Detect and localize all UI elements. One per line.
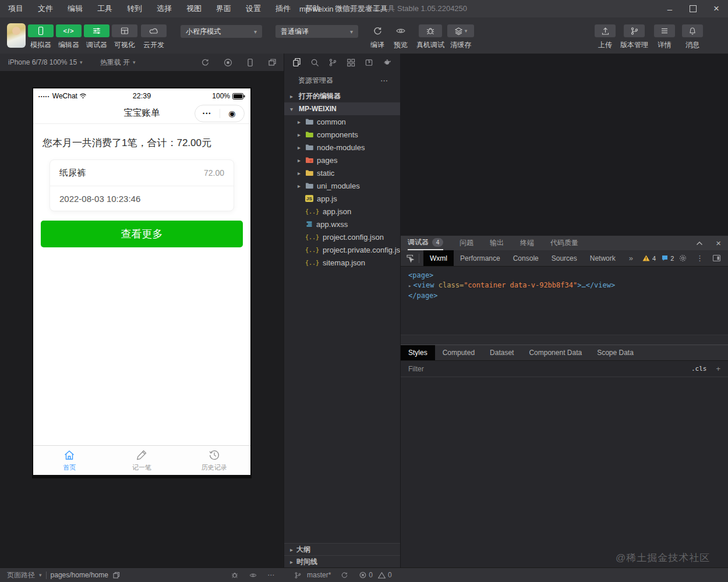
warning-counter[interactable]: 4 (642, 255, 656, 262)
minimize-button[interactable]: – (658, 0, 681, 17)
tree-file-project-private-config[interactable]: {..} project.private.config.js… (284, 243, 400, 256)
add-style-icon[interactable]: + (716, 364, 720, 373)
tab-problems[interactable]: 问题 (460, 236, 473, 250)
tree-folder-components[interactable]: ▸ components (284, 128, 400, 141)
widgets-icon[interactable] (347, 58, 355, 67)
menu-project[interactable]: 项目 (8, 3, 23, 14)
upload-button[interactable]: 上传 (594, 24, 616, 50)
wxml-scroll-strip[interactable] (401, 335, 728, 345)
cloud-dev-button[interactable]: 云开发 (141, 24, 167, 50)
restart-icon[interactable] (201, 58, 210, 67)
tab-add-record[interactable]: 记一笔 (105, 446, 178, 475)
tree-file-project-config[interactable]: {..} project.config.json (284, 230, 400, 243)
tree-file-sitemap-json[interactable]: {..} sitemap.json (284, 256, 400, 269)
timeline-section[interactable]: ▸ 时间线 (284, 555, 400, 567)
menu-goto[interactable]: 转到 (127, 3, 142, 14)
debugger-toggle-button[interactable]: 调试器 (84, 24, 109, 50)
outline-section[interactable]: ▸ 大纲 (284, 543, 400, 555)
menu-interface[interactable]: 界面 (216, 3, 231, 14)
tab-computed[interactable]: Computed (435, 345, 482, 360)
kebab-menu-icon[interactable]: ⋮ (696, 254, 704, 262)
user-avatar[interactable] (7, 23, 26, 48)
package-icon[interactable] (365, 58, 373, 67)
search-icon[interactable] (310, 58, 319, 67)
more-tabs-icon[interactable]: » (629, 254, 633, 262)
view-more-button[interactable]: 查看更多 (41, 221, 243, 247)
git-branch-name[interactable]: master* (307, 571, 331, 579)
source-control-icon[interactable] (328, 58, 337, 67)
tab-code-quality[interactable]: 代码质量 (550, 236, 578, 250)
chevron-up-icon[interactable] (696, 241, 703, 246)
details-button[interactable]: 详情 (652, 24, 677, 50)
devtools-tab-console[interactable]: Console (507, 250, 545, 266)
close-button[interactable]: × (705, 0, 728, 17)
device-select[interactable]: iPhone 6/7/8 100% 15 ▾ (8, 58, 83, 66)
cls-toggle[interactable]: .cls (691, 365, 707, 372)
ellipsis-icon[interactable]: ⋯ (267, 571, 275, 579)
menu-view[interactable]: 视图 (186, 3, 202, 14)
home-capsule-icon[interactable]: ◉ (220, 109, 245, 118)
sync-icon[interactable] (341, 572, 348, 579)
tree-file-app-wxss[interactable]: app.wxss (284, 218, 400, 230)
page-path-select[interactable]: 页面路径 (7, 570, 35, 580)
more-menu-icon[interactable]: ••• (195, 111, 220, 116)
dock-side-icon[interactable] (712, 254, 721, 262)
tree-section-open-editors[interactable]: ▸ 打开的编辑器 (284, 90, 400, 102)
menu-select[interactable]: 选择 (157, 3, 172, 14)
menu-settings[interactable]: 设置 (246, 3, 261, 14)
hot-reload-select[interactable]: 热重载 开 ▾ (100, 58, 136, 68)
maximize-button[interactable] (681, 0, 705, 17)
preview-button[interactable]: 预览 (389, 24, 412, 50)
filter-input[interactable]: Filter (408, 365, 424, 373)
expense-record-card[interactable]: 纸尿裤 72.00 2022-08-03 10:23:46 (50, 159, 234, 211)
close-panel-icon[interactable]: × (716, 238, 721, 248)
capsule-menu[interactable]: ••• ◉ (195, 105, 245, 122)
debug-icon[interactable] (231, 571, 239, 579)
copy-path-icon[interactable] (112, 572, 120, 579)
compile-button[interactable]: 编译 (365, 24, 390, 50)
devtools-tab-network[interactable]: Network (584, 250, 622, 266)
simulator-toggle-button[interactable]: 模拟器 (28, 24, 54, 50)
editor-toggle-button[interactable]: </> 编辑器 (56, 24, 82, 50)
tree-file-app-json[interactable]: {..} app.json (284, 205, 400, 218)
wxml-line-expandable[interactable]: ▸<view class="container data-v-92bb8f34"… (408, 281, 728, 291)
tab-debugger[interactable]: 调试器 4 (408, 236, 443, 250)
tab-dataset[interactable]: Dataset (482, 345, 521, 360)
tab-scope-data[interactable]: Scope Data (589, 345, 641, 360)
tree-file-app-js[interactable]: JS app.js (284, 192, 400, 205)
device-frame-icon[interactable] (246, 58, 254, 67)
git-branch-icon[interactable] (294, 572, 302, 579)
menu-tools[interactable]: 工具 (97, 3, 112, 14)
tab-component-data[interactable]: Component Data (521, 345, 589, 360)
tree-folder-pages[interactable]: ▸ pages (284, 154, 400, 166)
version-control-button[interactable]: 版本管理 (620, 24, 649, 50)
tab-styles[interactable]: Styles (401, 345, 435, 360)
gear-icon[interactable] (678, 254, 687, 262)
inspect-element-icon[interactable] (405, 254, 415, 263)
more-actions-icon[interactable]: ⋯ (380, 76, 388, 85)
expand-arrow-icon[interactable]: ▸ (408, 283, 411, 289)
files-icon[interactable] (292, 58, 301, 67)
tab-history[interactable]: 历史记录 (178, 446, 250, 475)
preview-eye-icon[interactable] (249, 572, 257, 579)
compile-mode-select[interactable]: 普通编译 ▾ (275, 25, 358, 38)
tab-home[interactable]: 首页 (33, 446, 105, 475)
menu-plugins[interactable]: 插件 (275, 3, 291, 14)
messages-button[interactable]: 消息 (680, 24, 705, 50)
clear-cache-button[interactable]: ▾ 清缓存 (446, 24, 475, 50)
multi-window-icon[interactable] (268, 58, 277, 66)
visualization-toggle-button[interactable]: 可视化 (112, 24, 137, 50)
tree-folder-common[interactable]: ▸ common (284, 115, 400, 128)
tab-terminal[interactable]: 终端 (520, 236, 534, 250)
info-counter[interactable]: 2 (662, 255, 674, 262)
mock-teapot-icon[interactable] (383, 58, 392, 66)
devtools-tab-performance[interactable]: Performance (454, 250, 507, 266)
devtools-tab-wxml[interactable]: Wxml (423, 250, 454, 266)
menu-edit[interactable]: 编辑 (68, 3, 83, 14)
devtools-tab-sources[interactable]: Sources (545, 250, 584, 266)
remote-debug-button[interactable]: 真机调试 (413, 24, 448, 50)
warnings-indicator[interactable]: 0 (378, 571, 392, 579)
tree-section-project-root[interactable]: ▾ MP-WEIXIN (284, 102, 400, 115)
tree-folder-static[interactable]: ▸ static (284, 166, 400, 179)
tree-folder-uni-modules[interactable]: ▸ uni_modules (284, 179, 400, 192)
